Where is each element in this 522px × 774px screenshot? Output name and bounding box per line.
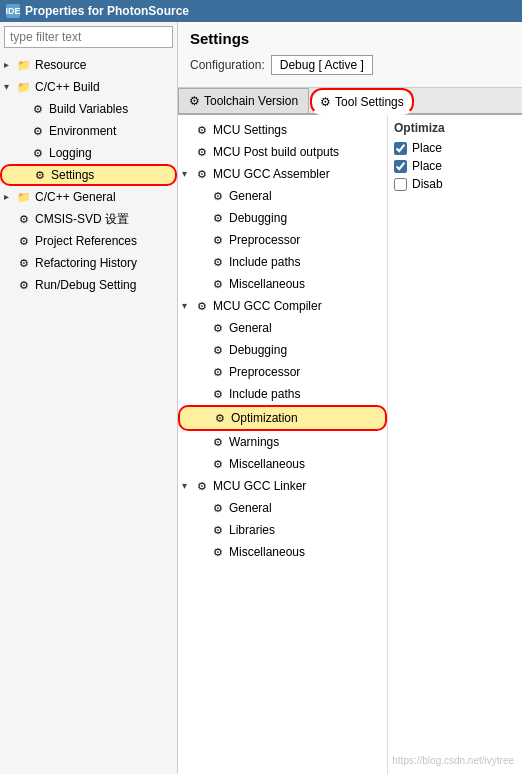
tab-icon: ⚙ <box>189 94 200 108</box>
settings-item-assembler-general[interactable]: ⚙General <box>178 185 387 207</box>
tab-label: Tool Settings <box>335 95 404 109</box>
settings-right-panel: Optimiza PlacePlaceDisab https://blog.cs… <box>388 115 522 774</box>
arrow-expanded <box>4 78 14 96</box>
settings-item-compiler-debugging[interactable]: ⚙Debugging <box>178 339 387 361</box>
opt-options: PlacePlaceDisab <box>394 141 516 191</box>
s-label: Debugging <box>229 209 287 227</box>
settings-item-compiler-warnings[interactable]: ⚙Warnings <box>178 431 387 453</box>
s-gear-icon: ⚙ <box>210 188 226 204</box>
tab-tool-settings[interactable]: ⚙Tool Settings <box>310 88 414 115</box>
settings-item-mcu-gcc-linker[interactable]: ⚙MCU GCC Linker <box>178 475 387 497</box>
s-label: MCU GCC Compiler <box>213 297 322 315</box>
tree-label: Resource <box>35 56 86 74</box>
s-label: Optimization <box>231 409 298 427</box>
s-arrow-leaf <box>198 499 210 517</box>
folder-icon: 📁 <box>16 57 32 73</box>
settings-item-linker-libraries[interactable]: ⚙Libraries <box>178 519 387 541</box>
tree-label: C/C++ General <box>35 188 116 206</box>
s-arrow-leaf <box>198 187 210 205</box>
settings-item-assembler-misc[interactable]: ⚙Miscellaneous <box>178 273 387 295</box>
settings-item-linker-misc[interactable]: ⚙Miscellaneous <box>178 541 387 563</box>
filter-input[interactable] <box>4 26 173 48</box>
folder-icon: 📁 <box>16 79 32 95</box>
tree-view: 📁Resource📁C/C++ Build⚙Build Variables⚙En… <box>0 52 177 774</box>
settings-item-assembler-debugging[interactable]: ⚙Debugging <box>178 207 387 229</box>
s-label: Miscellaneous <box>229 275 305 293</box>
s-gear-icon: ⚙ <box>194 478 210 494</box>
config-value: Debug [ Active ] <box>271 55 373 75</box>
tree-item-refactoring-history[interactable]: ⚙Refactoring History <box>0 252 177 274</box>
tree-item-cmsis-svd[interactable]: ⚙CMSIS-SVD 设置 <box>0 208 177 230</box>
settings-header: Settings Configuration: Debug [ Active ] <box>178 22 522 88</box>
tree-item-environment[interactable]: ⚙Environment <box>0 120 177 142</box>
s-gear-icon: ⚙ <box>210 232 226 248</box>
settings-item-mcu-gcc-assembler[interactable]: ⚙MCU GCC Assembler <box>178 163 387 185</box>
s-arrow-expanded <box>182 297 194 315</box>
page-title: Settings <box>190 30 510 47</box>
tree-item-project-references[interactable]: ⚙Project References <box>0 230 177 252</box>
s-gear-icon: ⚙ <box>194 298 210 314</box>
gear-icon: ⚙ <box>30 101 46 117</box>
gear-icon: ⚙ <box>16 255 32 271</box>
tree-item-build-variables[interactable]: ⚙Build Variables <box>0 98 177 120</box>
tree-item-run-debug[interactable]: ⚙Run/Debug Setting <box>0 274 177 296</box>
s-arrow-expanded <box>182 165 194 183</box>
settings-item-compiler-misc[interactable]: ⚙Miscellaneous <box>178 453 387 475</box>
tree-item-cpp-build[interactable]: 📁C/C++ Build <box>0 76 177 98</box>
s-label: Include paths <box>229 253 300 271</box>
tree-label: C/C++ Build <box>35 78 100 96</box>
gear-icon: ⚙ <box>16 277 32 293</box>
s-gear-icon: ⚙ <box>210 456 226 472</box>
opt-checkbox[interactable] <box>394 142 407 155</box>
s-gear-icon: ⚙ <box>194 122 210 138</box>
settings-item-compiler-preprocessor[interactable]: ⚙Preprocessor <box>178 361 387 383</box>
title-bar: IDE Properties for PhotonSource <box>0 0 522 22</box>
s-gear-icon: ⚙ <box>212 410 228 426</box>
opt-checkbox[interactable] <box>394 178 407 191</box>
s-gear-icon: ⚙ <box>210 544 226 560</box>
settings-item-compiler-optimization[interactable]: ⚙Optimization <box>178 405 387 431</box>
s-arrow-leaf <box>182 121 194 139</box>
gear-icon: ⚙ <box>30 145 46 161</box>
settings-item-assembler-preprocessor[interactable]: ⚙Preprocessor <box>178 229 387 251</box>
s-label: General <box>229 319 272 337</box>
tree-label: Environment <box>49 122 116 140</box>
tab-icon: ⚙ <box>320 95 331 109</box>
tree-item-settings[interactable]: ⚙Settings <box>0 164 177 186</box>
settings-item-mcu-gcc-compiler[interactable]: ⚙MCU GCC Compiler <box>178 295 387 317</box>
s-label: Debugging <box>229 341 287 359</box>
s-arrow-leaf <box>200 409 212 427</box>
settings-item-linker-general[interactable]: ⚙General <box>178 497 387 519</box>
s-arrow-leaf <box>198 253 210 271</box>
tree-item-logging[interactable]: ⚙Logging <box>0 142 177 164</box>
config-row: Configuration: Debug [ Active ] <box>190 55 510 75</box>
s-label: Libraries <box>229 521 275 539</box>
opt-checkbox[interactable] <box>394 160 407 173</box>
settings-tree: ⚙MCU Settings ⚙MCU Post build outputs⚙MC… <box>178 115 388 774</box>
s-gear-icon: ⚙ <box>210 434 226 450</box>
gear-icon: ⚙ <box>32 167 48 183</box>
s-label: MCU Post build outputs <box>213 143 339 161</box>
arrow-collapsed <box>4 188 14 206</box>
opt-label: Disab <box>412 177 443 191</box>
s-gear-icon: ⚙ <box>210 342 226 358</box>
s-arrow-leaf <box>198 231 210 249</box>
tab-toolchain[interactable]: ⚙Toolchain Version <box>178 88 309 113</box>
watermark: https://blog.csdn.net/ivytree <box>392 755 514 766</box>
s-gear-icon: ⚙ <box>210 210 226 226</box>
s-arrow-leaf <box>198 209 210 227</box>
settings-item-assembler-include[interactable]: ⚙Include paths <box>178 251 387 273</box>
settings-item-mcu-post-build[interactable]: ⚙MCU Post build outputs <box>178 141 387 163</box>
tree-label: Project References <box>35 232 137 250</box>
settings-item-compiler-include[interactable]: ⚙Include paths <box>178 383 387 405</box>
opt-row: Place <box>394 159 516 173</box>
tree-item-resource[interactable]: 📁Resource <box>0 54 177 76</box>
arrow-collapsed <box>4 56 14 74</box>
settings-item-mcu-settings[interactable]: ⚙MCU Settings <box>178 119 387 141</box>
left-panel: 📁Resource📁C/C++ Build⚙Build Variables⚙En… <box>0 22 178 774</box>
settings-item-compiler-general[interactable]: ⚙General <box>178 317 387 339</box>
config-label: Configuration: <box>190 58 265 72</box>
tree-item-cpp-general[interactable]: 📁C/C++ General <box>0 186 177 208</box>
s-label: General <box>229 499 272 517</box>
opt-header: Optimiza <box>394 121 516 135</box>
